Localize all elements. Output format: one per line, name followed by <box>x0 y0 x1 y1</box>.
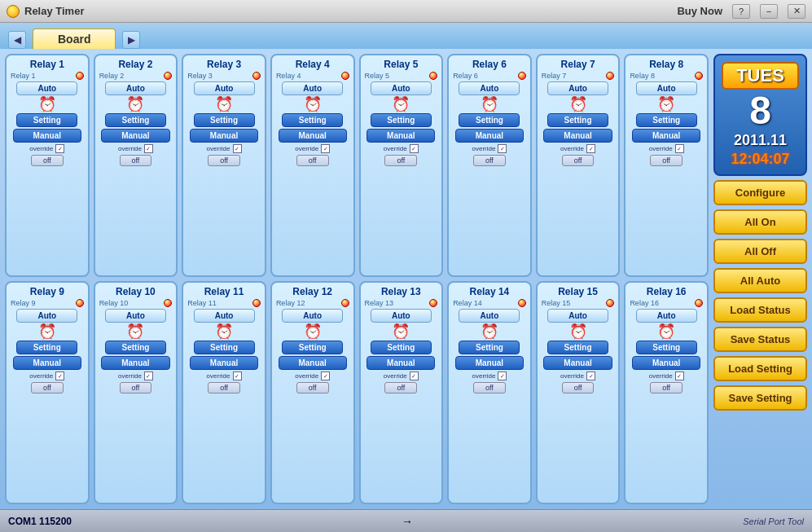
relay-auto-btn-5[interactable]: Auto <box>371 81 432 95</box>
relay-manual-btn-4[interactable]: Manual <box>279 129 347 143</box>
override-check-7[interactable]: ✓ <box>586 144 595 153</box>
relay-setting-btn-2[interactable]: Setting <box>105 113 166 127</box>
relay-off-btn-11[interactable]: off <box>208 382 240 394</box>
relay-auto-btn-11[interactable]: Auto <box>194 309 255 323</box>
relay-auto-btn-2[interactable]: Auto <box>105 81 166 95</box>
relay-off-btn-12[interactable]: off <box>296 382 329 394</box>
relay-off-btn-14[interactable]: off <box>473 382 506 394</box>
relay-manual-btn-9[interactable]: Manual <box>13 356 81 370</box>
override-check-14[interactable]: ✓ <box>498 372 507 380</box>
relay-setting-btn-5[interactable]: Setting <box>371 113 432 127</box>
relay-setting-btn-11[interactable]: Setting <box>194 341 255 354</box>
relay-setting-btn-16[interactable]: Setting <box>636 341 697 354</box>
override-label-16: override <box>649 372 673 380</box>
relay-setting-btn-3[interactable]: Setting <box>194 113 255 127</box>
save-setting-button[interactable]: Save Setting <box>713 385 807 411</box>
override-check-12[interactable]: ✓ <box>321 372 330 380</box>
relay-off-btn-2[interactable]: off <box>120 155 152 166</box>
relay-name-row-16: Relay 16 <box>628 299 704 307</box>
relay-auto-btn-9[interactable]: Auto <box>16 309 77 323</box>
board-tab[interactable]: Board <box>33 29 116 49</box>
override-check-5[interactable]: ✓ <box>410 144 419 153</box>
relay-manual-btn-3[interactable]: Manual <box>190 129 258 143</box>
load-setting-button[interactable]: Load Setting <box>713 356 807 381</box>
close-button[interactable]: ✕ <box>788 4 805 19</box>
tab-next-button[interactable]: ▶ <box>122 31 140 49</box>
override-check-16[interactable]: ✓ <box>675 372 684 380</box>
relay-setting-btn-13[interactable]: Setting <box>371 341 432 354</box>
relay-manual-btn-7[interactable]: Manual <box>543 129 612 143</box>
relay-setting-btn-10[interactable]: Setting <box>105 341 166 354</box>
relay-off-btn-15[interactable]: off <box>562 382 595 394</box>
relay-setting-btn-15[interactable]: Setting <box>547 341 608 354</box>
relay-manual-btn-13[interactable]: Manual <box>366 356 435 370</box>
override-check-11[interactable]: ✓ <box>233 372 242 380</box>
override-check-1[interactable]: ✓ <box>55 144 64 153</box>
relay-off-btn-9[interactable]: off <box>31 382 64 394</box>
relay-auto-btn-13[interactable]: Auto <box>371 309 432 323</box>
relay-off-btn-1[interactable]: off <box>31 155 64 166</box>
relay-manual-btn-11[interactable]: Manual <box>190 356 258 370</box>
all-on-button[interactable]: All On <box>713 209 807 235</box>
relay-off-btn-13[interactable]: off <box>384 382 417 394</box>
relay-auto-btn-15[interactable]: Auto <box>547 309 608 323</box>
relay-off-btn-6[interactable]: off <box>473 155 506 166</box>
relay-manual-btn-12[interactable]: Manual <box>279 356 347 370</box>
override-check-4[interactable]: ✓ <box>321 144 330 153</box>
save-status-button[interactable]: Save Status <box>713 327 807 352</box>
minimize-button[interactable]: − <box>760 4 778 19</box>
relay-off-btn-5[interactable]: off <box>384 155 417 166</box>
override-check-9[interactable]: ✓ <box>55 372 64 380</box>
relay-auto-btn-4[interactable]: Auto <box>282 81 343 95</box>
relay-manual-btn-14[interactable]: Manual <box>455 356 524 370</box>
relay-auto-btn-6[interactable]: Auto <box>459 81 520 95</box>
override-check-3[interactable]: ✓ <box>233 144 242 153</box>
relay-setting-btn-6[interactable]: Setting <box>459 113 520 127</box>
relay-manual-btn-1[interactable]: Manual <box>13 129 81 143</box>
relay-auto-btn-14[interactable]: Auto <box>459 309 520 323</box>
relay-setting-btn-4[interactable]: Setting <box>282 113 343 127</box>
override-check-15[interactable]: ✓ <box>586 372 595 380</box>
relay-auto-btn-10[interactable]: Auto <box>105 309 166 323</box>
relay-setting-btn-1[interactable]: Setting <box>16 113 77 127</box>
relay-manual-btn-15[interactable]: Manual <box>543 356 612 370</box>
relay-manual-btn-5[interactable]: Manual <box>366 129 435 143</box>
relay-manual-btn-8[interactable]: Manual <box>632 129 700 143</box>
relay-off-btn-16[interactable]: off <box>650 382 683 394</box>
relay-card-2: Relay 2 Relay 2 Auto ⏰ Setting Manual ov… <box>94 54 178 277</box>
relay-off-btn-7[interactable]: off <box>562 155 595 166</box>
relay-auto-btn-12[interactable]: Auto <box>282 309 343 323</box>
relay-name-row-14: Relay 14 <box>451 299 528 307</box>
configure-button[interactable]: Configure <box>713 180 807 205</box>
override-check-6[interactable]: ✓ <box>498 144 507 153</box>
relay-auto-btn-3[interactable]: Auto <box>194 81 255 95</box>
relay-off-btn-8[interactable]: off <box>650 155 683 166</box>
relay-title-4: Relay 4 <box>274 59 351 70</box>
relay-manual-btn-2[interactable]: Manual <box>101 129 169 143</box>
relay-off-btn-3[interactable]: off <box>208 155 240 166</box>
relay-auto-btn-1[interactable]: Auto <box>16 81 77 95</box>
relay-setting-btn-14[interactable]: Setting <box>459 341 520 354</box>
relay-auto-btn-8[interactable]: Auto <box>636 81 697 95</box>
override-check-13[interactable]: ✓ <box>410 372 419 380</box>
relay-manual-btn-16[interactable]: Manual <box>632 356 700 370</box>
load-status-button[interactable]: Load Status <box>713 297 807 323</box>
relay-off-btn-4[interactable]: off <box>296 155 329 166</box>
override-check-2[interactable]: ✓ <box>144 144 153 153</box>
override-check-8[interactable]: ✓ <box>675 144 684 153</box>
help-button[interactable]: ? <box>732 4 750 19</box>
relay-auto-btn-7[interactable]: Auto <box>547 81 608 95</box>
relay-manual-btn-10[interactable]: Manual <box>101 356 169 370</box>
buy-now-label[interactable]: Buy Now <box>677 5 722 17</box>
relay-manual-btn-6[interactable]: Manual <box>455 129 524 143</box>
relay-setting-btn-7[interactable]: Setting <box>547 113 608 127</box>
tab-prev-button[interactable]: ◀ <box>8 31 26 49</box>
all-auto-button[interactable]: All Auto <box>713 268 807 293</box>
relay-setting-btn-12[interactable]: Setting <box>282 341 343 354</box>
relay-setting-btn-8[interactable]: Setting <box>636 113 697 127</box>
override-check-10[interactable]: ✓ <box>144 372 153 380</box>
relay-off-btn-10[interactable]: off <box>120 382 152 394</box>
all-off-button[interactable]: All Off <box>713 239 807 264</box>
relay-setting-btn-9[interactable]: Setting <box>16 341 77 354</box>
relay-auto-btn-16[interactable]: Auto <box>636 309 697 323</box>
